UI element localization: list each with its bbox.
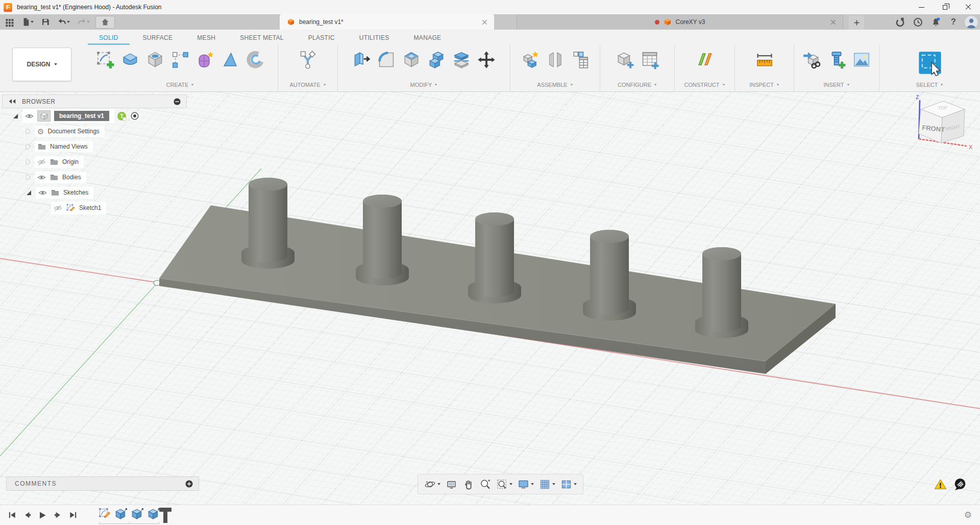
expand-icon[interactable] xyxy=(27,175,30,180)
fillet-button[interactable] xyxy=(375,48,398,71)
coil-button[interactable] xyxy=(244,48,266,71)
assemble-group-label[interactable]: ASSEMBLE xyxy=(537,82,573,88)
viewport[interactable]: BROWSER bearing_test v1 T ⚙ Document Set… xyxy=(0,92,980,505)
hole-button[interactable] xyxy=(144,48,166,71)
comments-bar[interactable]: COMMENTS xyxy=(6,476,199,491)
measure-button[interactable] xyxy=(753,48,776,71)
browser-row-root[interactable]: bearing_test v1 T xyxy=(2,108,187,124)
close-button[interactable] xyxy=(957,0,980,14)
move-copy-button[interactable] xyxy=(475,48,498,71)
help-button[interactable]: ? xyxy=(947,15,960,29)
viewports-button[interactable] xyxy=(559,478,578,491)
expand-icon[interactable] xyxy=(27,190,31,195)
document-tab-active[interactable]: bearing_test v1* xyxy=(280,14,494,30)
combine-button[interactable] xyxy=(425,48,448,71)
extrude-button[interactable] xyxy=(119,48,141,71)
timeline-extrude3-feature[interactable] xyxy=(147,507,160,520)
create-sketch-button[interactable] xyxy=(94,48,116,71)
grid-snap-button[interactable] xyxy=(538,478,556,491)
configuration-button[interactable] xyxy=(614,48,636,71)
restore-button[interactable] xyxy=(933,0,957,14)
orbit-button[interactable] xyxy=(423,478,442,491)
browser-row-sketch1[interactable]: Sketch1 xyxy=(2,200,187,216)
select-group-label[interactable]: SELECT xyxy=(916,82,944,88)
profile-button[interactable] xyxy=(965,15,978,29)
go-to-end-button[interactable] xyxy=(66,509,80,522)
zoom-button[interactable] xyxy=(478,478,492,491)
data-panel-button[interactable] xyxy=(3,16,16,28)
expand-icon[interactable] xyxy=(27,144,30,149)
pan-button[interactable] xyxy=(461,478,475,491)
configuration-table-button[interactable] xyxy=(639,48,661,71)
expand-icon[interactable] xyxy=(13,114,18,118)
construct-group-label[interactable]: CONSTRUCT xyxy=(684,82,725,88)
pin-4[interactable] xyxy=(583,230,636,321)
file-menu-button[interactable] xyxy=(20,16,35,28)
tab-surface[interactable]: SURFACE xyxy=(132,31,184,45)
extensions-button[interactable] xyxy=(893,15,906,29)
go-to-start-button[interactable] xyxy=(5,509,18,522)
fit-button[interactable] xyxy=(495,478,513,491)
pattern-button[interactable] xyxy=(169,48,191,71)
pin-1[interactable] xyxy=(241,178,295,269)
tab-solid[interactable]: SOLID xyxy=(88,31,130,45)
view-cube[interactable]: FRONT TOP RIGHT Z X xyxy=(901,94,977,154)
browser-row-sketches[interactable]: Sketches xyxy=(2,185,187,200)
minimize-panel-icon[interactable] xyxy=(173,98,181,106)
timeline-extrude1-feature[interactable] xyxy=(114,507,128,520)
timeline-settings-gear-icon[interactable]: ⚙ xyxy=(964,510,972,520)
insert-fastener-button[interactable] xyxy=(825,48,848,71)
browser-row-document-settings[interactable]: ⚙ Document Settings xyxy=(2,124,187,139)
document-tab-secondary[interactable]: CoreXY v3 xyxy=(517,14,843,30)
insert-canvas-button[interactable] xyxy=(850,48,873,71)
create-form-button[interactable] xyxy=(194,48,216,71)
activate-radio-icon[interactable] xyxy=(130,111,139,121)
tab-sheet-metal[interactable]: SHEET METAL xyxy=(229,31,295,45)
expand-icon[interactable] xyxy=(27,159,30,164)
pin-2[interactable] xyxy=(356,195,409,285)
warning-icon[interactable] xyxy=(934,478,947,491)
new-tab-button[interactable] xyxy=(849,15,864,30)
expand-icon[interactable] xyxy=(27,129,30,134)
job-status-button[interactable] xyxy=(911,15,924,29)
undo-button[interactable] xyxy=(56,16,71,28)
step-back-button[interactable] xyxy=(20,509,34,522)
root-component-name[interactable]: bearing_test v1 xyxy=(54,111,109,121)
tab-mesh[interactable]: MESH xyxy=(186,31,227,45)
look-at-button[interactable] xyxy=(445,478,458,491)
pin-3[interactable] xyxy=(468,212,521,303)
select-button[interactable] xyxy=(915,48,945,78)
automate-group-label[interactable]: AUTOMATE xyxy=(289,82,326,88)
pin-5[interactable] xyxy=(695,247,748,338)
design-workspace-menu[interactable]: DESIGN xyxy=(12,47,71,81)
press-pull-button[interactable] xyxy=(350,48,373,71)
construction-plane-button[interactable] xyxy=(694,48,716,71)
feedback-chat-icon[interactable] xyxy=(953,478,967,491)
home-button[interactable] xyxy=(95,16,115,29)
visibility-off-icon[interactable] xyxy=(54,204,62,212)
add-comment-icon[interactable] xyxy=(185,480,193,488)
new-component-button[interactable] xyxy=(519,48,542,71)
tab-close-icon[interactable] xyxy=(829,18,838,27)
inspect-group-label[interactable]: INSPECT xyxy=(749,82,779,88)
browser-row-bodies[interactable]: Bodies xyxy=(2,170,187,185)
automate-button[interactable] xyxy=(297,48,319,71)
insert-derive-button[interactable] xyxy=(800,48,823,71)
configure-group-label[interactable]: CONFIGURE xyxy=(618,82,657,88)
play-button[interactable] xyxy=(36,509,49,522)
visibility-eye-icon[interactable] xyxy=(37,173,46,182)
shell-button[interactable] xyxy=(400,48,423,71)
minimize-button[interactable] xyxy=(910,0,933,14)
joint-button[interactable] xyxy=(544,48,567,71)
bom-table-button[interactable] xyxy=(569,48,592,71)
create-group-label[interactable]: CREATE xyxy=(166,82,194,88)
visibility-off-icon[interactable] xyxy=(37,158,46,166)
tab-plastic[interactable]: PLASTIC xyxy=(297,31,346,45)
insert-group-label[interactable]: INSERT xyxy=(823,82,849,88)
browser-row-origin[interactable]: Origin xyxy=(2,154,187,170)
split-body-button[interactable] xyxy=(450,48,473,71)
tab-manage[interactable]: MANAGE xyxy=(403,31,453,45)
tab-close-icon[interactable] xyxy=(480,18,489,27)
timeline-position-marker[interactable] xyxy=(163,509,167,523)
notifications-button[interactable] xyxy=(929,15,942,29)
